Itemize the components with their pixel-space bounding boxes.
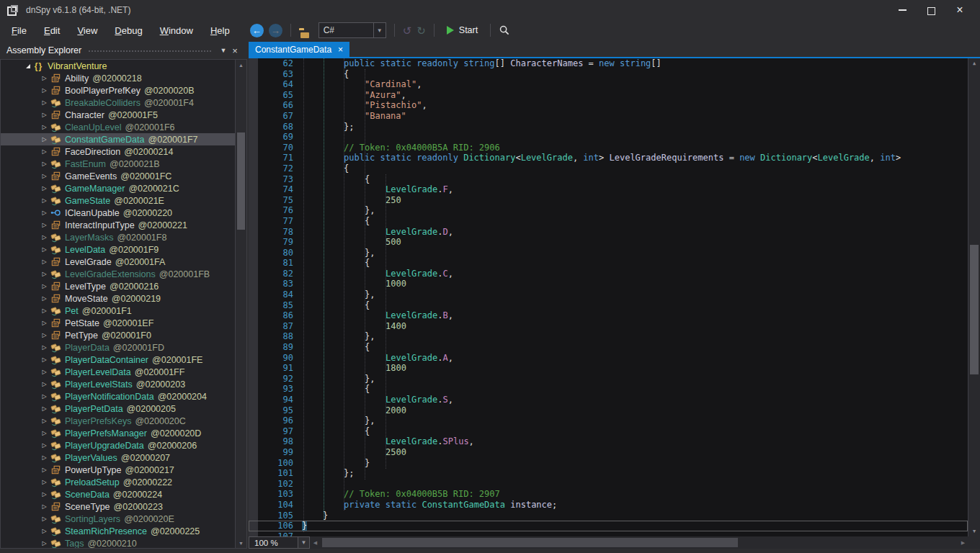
code-line-82[interactable]: 82LevelGrade.C, <box>249 269 980 279</box>
code-line-87[interactable]: 871400 <box>249 321 980 332</box>
code-line-86[interactable]: 86LevelGrade.B, <box>249 310 980 321</box>
expander-icon[interactable]: ▷ <box>39 271 50 277</box>
tree-item-ICleanUpable[interactable]: ▷ICleanUpable@02000220 <box>1 207 246 219</box>
expander-icon[interactable]: ▷ <box>39 222 50 228</box>
scroll-down-icon[interactable]: ▼ <box>236 538 246 548</box>
scroll-up-icon[interactable]: ▲ <box>968 58 980 68</box>
menu-window[interactable]: Window <box>151 22 202 39</box>
tree-item-SceneData[interactable]: ▷SceneData@02000224 <box>1 488 246 500</box>
chevron-down-icon[interactable]: ▼ <box>298 536 310 549</box>
expander-icon[interactable]: ▷ <box>39 295 50 302</box>
back-button[interactable]: ← <box>250 24 264 37</box>
expander-icon[interactable]: ▷ <box>39 405 50 412</box>
code-editor[interactable]: 62public static readonly string[] Charac… <box>249 58 980 536</box>
scroll-left-icon[interactable]: ◀ <box>310 536 321 549</box>
code-line-100[interactable]: 100} <box>249 458 980 469</box>
code-line-90[interactable]: 90LevelGrade.A, <box>249 353 980 364</box>
restore-button[interactable] <box>925 4 937 16</box>
tree-item-BreakableColliders[interactable]: ▷BreakableColliders@020001F4 <box>1 96 246 109</box>
expander-icon[interactable]: ▷ <box>39 161 50 167</box>
expander-icon[interactable]: ▷ <box>39 197 50 204</box>
code-line-91[interactable]: 911800 <box>249 363 980 374</box>
tree-item-LevelData[interactable]: ▷LevelData@020001F9 <box>1 243 246 256</box>
tree-item-SteamRichPresence[interactable]: ▷SteamRichPresence@02000225 <box>1 525 246 537</box>
tree-item-PlayerPrefsManager[interactable]: ▷PlayerPrefsManager@0200020D <box>1 427 246 439</box>
code-line-97[interactable]: 97{ <box>249 426 980 437</box>
code-line-65[interactable]: 65"Azura", <box>249 90 980 101</box>
tree-item-PreloadSetup[interactable]: ▷PreloadSetup@02000222 <box>1 476 246 488</box>
tree-item-ConstantGameData[interactable]: ▷ConstantGameData@020001F7 <box>1 133 246 145</box>
tree-item-LevelType[interactable]: ▷LevelType@02000216 <box>1 280 246 292</box>
tree-item-BoolPlayerPrefKey[interactable]: ▷BoolPlayerPrefKey@0200020B <box>1 84 246 96</box>
code-line-107[interactable]: 107 <box>249 531 980 536</box>
tree-item-CleanUpLevel[interactable]: ▷CleanUpLevel@020001F6 <box>1 121 246 133</box>
tree-item-InteractInputType[interactable]: ▷InteractInputType@02000221 <box>1 219 246 231</box>
tree-item-PetState[interactable]: ▷PetState@020001EF <box>1 317 246 329</box>
code-line-99[interactable]: 992500 <box>249 447 980 458</box>
code-line-72[interactable]: 72{ <box>249 163 980 174</box>
code-line-96[interactable]: 96}, <box>249 415 980 426</box>
code-line-103[interactable]: 103// Token: 0x04000B5B RID: 2907 <box>249 489 980 500</box>
code-line-98[interactable]: 98LevelGrade.SPlus, <box>249 436 980 447</box>
expander-icon[interactable]: ▷ <box>39 234 50 240</box>
expander-icon[interactable]: ▷ <box>39 418 50 424</box>
tree-item-GameEvents[interactable]: ▷GameEvents@020001FC <box>1 170 246 182</box>
editor-horizontal-scrollbar[interactable]: ◀ ▶ <box>310 536 980 549</box>
expander-icon[interactable]: ▷ <box>39 430 50 436</box>
code-line-67[interactable]: 67"Banana" <box>249 111 980 122</box>
expander-icon[interactable]: ▷ <box>39 393 50 400</box>
code-line-69[interactable]: 69 <box>249 132 980 143</box>
tree-item-PlayerLevelData[interactable]: ▷PlayerLevelData@020001FF <box>1 366 246 378</box>
tab-close-icon[interactable]: × <box>338 45 343 54</box>
tree-scrollbar[interactable]: ▲ ▼ <box>235 60 246 548</box>
code-line-64[interactable]: 64"Cardinal", <box>249 79 980 90</box>
expander-icon[interactable]: ▷ <box>39 75 50 81</box>
expander-icon[interactable]: ▷ <box>39 369 50 375</box>
tree-item-PlayerUpgradeData[interactable]: ▷PlayerUpgradeData@02000206 <box>1 439 246 451</box>
code-line-62[interactable]: 62public static readonly string[] Charac… <box>249 58 980 69</box>
tree-item-SceneType[interactable]: ▷SceneType@02000223 <box>1 500 246 513</box>
code-line-70[interactable]: 70// Token: 0x04000B5A RID: 2906 <box>249 143 980 153</box>
tree-item-VibrantVenture[interactable]: {}VibrantVenture <box>1 60 246 72</box>
code-line-106[interactable]: 106} <box>249 521 968 531</box>
tree-item-PlayerValues[interactable]: ▷PlayerValues@02000207 <box>1 451 246 464</box>
tree-item-GameState[interactable]: ▷GameState@0200021E <box>1 194 246 207</box>
code-line-74[interactable]: 74LevelGrade.F, <box>249 184 980 195</box>
expander-icon[interactable]: ▷ <box>39 283 50 289</box>
expander-icon[interactable]: ▷ <box>39 491 50 498</box>
scroll-right-icon[interactable]: ▶ <box>958 536 968 549</box>
minimize-button[interactable] <box>896 4 908 16</box>
expander-icon[interactable]: ▷ <box>39 210 50 216</box>
zoom-level-selector[interactable]: 100 % <box>249 536 298 549</box>
menu-edit[interactable]: Edit <box>35 22 68 39</box>
expander-icon[interactable]: ▷ <box>39 503 50 510</box>
code-line-95[interactable]: 952000 <box>249 405 980 416</box>
panel-menu-button[interactable]: ▼ <box>218 45 229 56</box>
redo-button[interactable]: ↻ <box>416 25 426 36</box>
tree-item-Character[interactable]: ▷Character@020001F5 <box>1 109 246 121</box>
expander-icon[interactable]: ▷ <box>39 99 50 106</box>
expander-icon[interactable]: ▷ <box>39 540 50 547</box>
expander-icon[interactable]: ▷ <box>39 332 50 338</box>
expander-icon[interactable]: ▷ <box>39 148 50 155</box>
code-line-84[interactable]: 84}, <box>249 289 980 300</box>
tree-item-PlayerLevelStats[interactable]: ▷PlayerLevelStats@02000203 <box>1 378 246 390</box>
expander-icon[interactable]: ▷ <box>39 307 50 314</box>
expander-icon[interactable]: ▷ <box>39 136 50 143</box>
expander-icon[interactable] <box>26 64 30 68</box>
scroll-up-icon[interactable]: ▲ <box>236 60 246 70</box>
forward-button[interactable]: → <box>269 24 282 37</box>
editor-scrollbar-thumb[interactable] <box>970 245 979 374</box>
code-line-89[interactable]: 89{ <box>249 342 980 353</box>
code-line-78[interactable]: 78LevelGrade.D, <box>249 227 980 238</box>
expander-icon[interactable]: ▷ <box>39 356 50 363</box>
menu-debug[interactable]: Debug <box>106 22 151 39</box>
tree-item-PlayerData[interactable]: ▷PlayerData@020001FD <box>1 341 246 354</box>
code-line-66[interactable]: 66"Pistachio", <box>249 100 980 111</box>
tree-item-SortingLayers[interactable]: ▷SortingLayers@0200020E <box>1 513 246 525</box>
expander-icon[interactable]: ▷ <box>39 516 50 522</box>
tree-item-PlayerPrefsKeys[interactable]: ▷PlayerPrefsKeys@0200020C <box>1 415 246 427</box>
code-line-75[interactable]: 75250 <box>249 195 980 206</box>
code-line-71[interactable]: 71public static readonly Dictionary<Leve… <box>249 153 980 163</box>
expander-icon[interactable]: ▷ <box>39 258 50 265</box>
